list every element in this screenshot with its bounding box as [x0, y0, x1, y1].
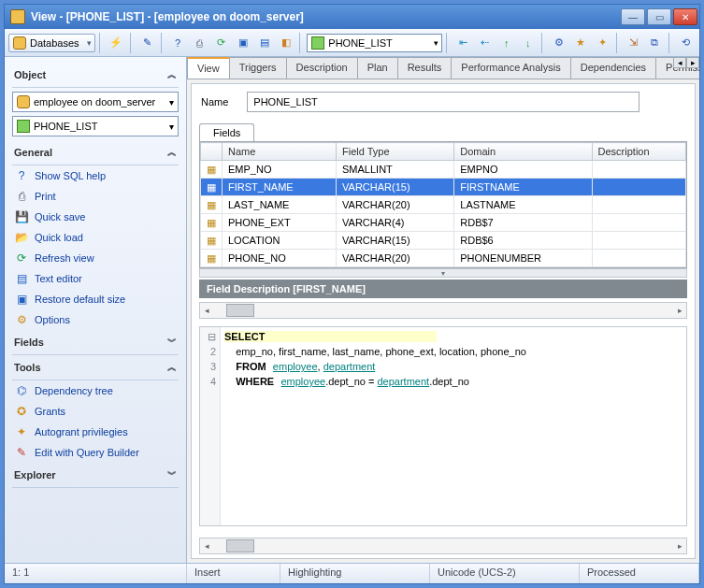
sql-editor[interactable]: ⊟234 SELECT emp_no, first_name, last_nam…	[199, 326, 687, 526]
field-icon: ▦	[201, 232, 223, 250]
maximize-button[interactable]: ▭	[647, 8, 671, 25]
help-icon[interactable]: ?	[168, 33, 188, 53]
gear-icon: ⚙	[14, 312, 29, 327]
sidebar-item-autogrant[interactable]: ✦Autogrant privilegies	[12, 422, 179, 442]
copy-icon[interactable]: ⧉	[645, 33, 665, 53]
tab-scroll-left[interactable]: ◂	[673, 57, 686, 68]
col-desc[interactable]: Description	[592, 143, 685, 161]
nav-prev-icon[interactable]: ⇠	[475, 33, 495, 53]
line-gutter: ⊟234	[200, 327, 221, 525]
tab-performance[interactable]: Performance Analysis	[451, 57, 570, 79]
restore-icon[interactable]: ▣	[233, 33, 252, 53]
refresh-icon: ⟳	[14, 251, 29, 265]
minimize-button[interactable]: —	[621, 8, 645, 25]
fields-subtab: Fields	[199, 123, 687, 141]
tools-header[interactable]: Tools︽	[12, 355, 179, 380]
table-row[interactable]: ▦PHONE_NOVARCHAR(20)PHONENUMBER	[201, 250, 686, 267]
hscroll-2[interactable]: ◂▸	[199, 538, 687, 554]
tool-last-icon[interactable]: ⟲	[676, 33, 696, 53]
content: Object︽ employee on doom_server PHONE_LI…	[5, 57, 699, 563]
save-icon: 💾	[14, 209, 29, 224]
general-header[interactable]: General︽	[12, 140, 179, 165]
db-combo[interactable]: employee on doom_server	[12, 92, 179, 112]
close-button[interactable]: ✕	[673, 8, 697, 25]
tab-results[interactable]: Results	[397, 57, 453, 79]
object-combo[interactable]: PHONE_LIST	[307, 34, 442, 52]
sidebar-item-sql-help[interactable]: ?Show SQL help	[12, 165, 179, 186]
col-domain[interactable]: Domain	[454, 143, 592, 161]
edit-icon[interactable]: ✎	[137, 33, 157, 53]
collapse-icon: ︽	[167, 146, 177, 159]
sidebar-item-grants[interactable]: ✪Grants	[12, 401, 179, 422]
tool-c-icon[interactable]: ✦	[593, 33, 612, 53]
sidebar-item-print[interactable]: ⎙Print	[12, 186, 179, 207]
sidebar-item-text-editor[interactable]: ▤Text editor	[12, 268, 179, 289]
tab-plan[interactable]: Plan	[357, 57, 398, 79]
object-header[interactable]: Object︽	[12, 63, 179, 88]
view-icon	[311, 36, 324, 50]
field-icon: ▦	[201, 214, 223, 232]
arrow-down-icon[interactable]: ↓	[518, 33, 538, 53]
field-icon: ▦	[201, 179, 223, 196]
fields-header[interactable]: Fields︾	[12, 330, 179, 355]
sidebar-item-quick-save[interactable]: 💾Quick save	[12, 207, 179, 227]
tab-view[interactable]: View	[187, 57, 230, 79]
builder-icon: ✎	[14, 445, 29, 460]
table-row[interactable]: ▦FIRST_NAMEVARCHAR(15)FIRSTNAME	[201, 179, 686, 196]
fields-grid: Name Field Type Domain Description ▦EMP_…	[199, 141, 687, 268]
field-description-header: Field Description [FIRST_NAME]	[199, 280, 687, 298]
window-icon[interactable]: ◧	[276, 33, 295, 53]
hscroll-1[interactable]: ◂▸	[199, 302, 687, 319]
titlebar: View - [PHONE_LIST] - [employee on doom_…	[5, 5, 699, 29]
nav-first-icon[interactable]: ⇤	[453, 33, 473, 53]
app-icon	[10, 9, 25, 24]
collapse-icon: ︽	[167, 68, 177, 81]
expand-icon: ︾	[167, 336, 177, 349]
tab-description[interactable]: Description	[286, 57, 358, 79]
database-icon	[17, 95, 30, 108]
sidebar-item-refresh[interactable]: ⟳Refresh view	[12, 248, 179, 268]
export-icon[interactable]: ⇲	[624, 33, 643, 53]
expand-icon: ︾	[167, 468, 177, 481]
tab-dependencies[interactable]: Dependencies	[570, 57, 656, 79]
view-combo[interactable]: PHONE_LIST	[12, 116, 179, 136]
print-icon[interactable]: ⎙	[190, 33, 209, 53]
fields-tab-label[interactable]: Fields	[199, 123, 254, 141]
restore-icon: ▣	[14, 292, 29, 307]
status-encoding: Unicode (UCS-2)	[430, 564, 580, 583]
tab-scroll-right[interactable]: ▸	[686, 57, 699, 68]
sidebar-item-options[interactable]: ⚙Options	[12, 309, 179, 330]
tab-triggers[interactable]: Triggers	[229, 57, 287, 79]
table-row[interactable]: ▦EMP_NOSMALLINTEMPNO	[201, 161, 686, 179]
status-pos: 1: 1	[5, 564, 187, 583]
sql-code[interactable]: SELECT emp_no, first_name, last_name, ph…	[221, 327, 686, 525]
col-type[interactable]: Field Type	[337, 143, 454, 161]
table-row[interactable]: ▦LAST_NAMEVARCHAR(20)LASTNAME	[201, 196, 686, 214]
databases-label: Databases	[30, 37, 79, 49]
sidebar-item-query-builder[interactable]: ✎Edit with Query Builder	[12, 442, 179, 463]
tab-scroll: ◂▸	[673, 57, 699, 68]
sidebar-item-dependency-tree[interactable]: ⌬Dependency tree	[12, 380, 179, 401]
field-icon: ▦	[201, 196, 223, 214]
editor-icon[interactable]: ▤	[254, 33, 274, 53]
arrow-up-icon[interactable]: ↑	[496, 33, 516, 53]
window: View - [PHONE_LIST] - [employee on doom_…	[4, 4, 700, 584]
table-row[interactable]: ▦LOCATIONVARCHAR(15)RDB$6	[201, 232, 686, 250]
table-row[interactable]: ▦PHONE_EXTVARCHAR(4)RDB$7	[201, 214, 686, 232]
name-input[interactable]	[247, 92, 639, 112]
tools-list: ⌬Dependency tree ✪Grants ✦Autogrant priv…	[12, 380, 179, 463]
refresh-icon[interactable]: ⟳	[211, 33, 231, 53]
editor-icon: ▤	[14, 271, 29, 286]
explorer-header[interactable]: Explorer︾	[12, 463, 179, 488]
collapse-handle[interactable]: ▾	[199, 268, 687, 278]
sidebar-item-restore-size[interactable]: ▣Restore default size	[12, 289, 179, 309]
tree-icon: ⌬	[14, 383, 29, 398]
col-name[interactable]: Name	[223, 143, 337, 161]
sidebar: Object︽ employee on doom_server PHONE_LI…	[5, 57, 187, 563]
tool-b-icon[interactable]: ★	[570, 33, 590, 53]
tool-a-icon[interactable]: ⚙	[549, 33, 568, 53]
databases-dropdown[interactable]: Databases	[8, 34, 95, 52]
lightning-icon[interactable]: ⚡	[106, 33, 125, 53]
object-combo-value: PHONE_LIST	[328, 37, 392, 49]
sidebar-item-quick-load[interactable]: 📂Quick load	[12, 227, 179, 248]
